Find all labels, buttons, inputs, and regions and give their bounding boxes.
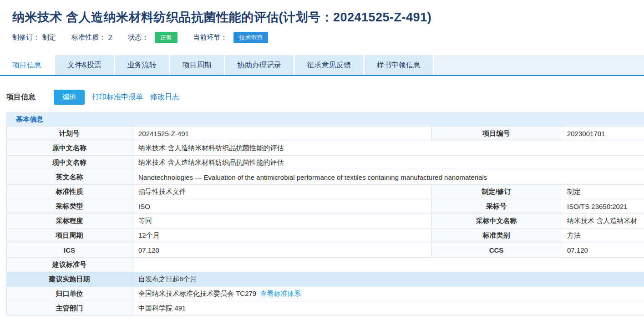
supervising-department-label: 主管部门 bbox=[7, 301, 132, 316]
table-row-highlighted: 建议实施日期 自发布之日起6个月 bbox=[7, 272, 644, 287]
current-chinese-name-label: 现中文名称 bbox=[7, 156, 132, 170]
tab-bar-filler bbox=[434, 55, 644, 75]
status-badge: 正常 bbox=[155, 32, 177, 43]
english-name-value: Nanotechnologies — Evaluation of the ant… bbox=[132, 170, 644, 185]
supervising-department-value: 中国科学院 491 bbox=[132, 301, 644, 316]
table-section-header-row: 基本信息 bbox=[7, 113, 644, 127]
project-number-label: 项目编号 bbox=[432, 127, 561, 141]
ics-label: ICS bbox=[7, 243, 132, 258]
adoption-type-value: ISO bbox=[132, 199, 432, 214]
adoption-number-value: ISO/TS 23650:2021 bbox=[561, 199, 644, 214]
proposed-implementation-date-label: 建议实施日期 bbox=[7, 272, 132, 287]
competent-committee-label: 归口单位 bbox=[7, 287, 132, 301]
table-row: 主管部门 中国科学院 491 bbox=[7, 301, 644, 316]
ccs-value: 07.120 bbox=[561, 243, 644, 258]
basic-info-table: 基本信息 计划号 20241525-Z-491 项目编号 2023001701 … bbox=[6, 112, 644, 316]
page-title: 纳米技术 含人造纳米材料纺织品抗菌性能的评估(计划号：20241525-Z-49… bbox=[12, 9, 644, 25]
proposed-standard-number-value bbox=[132, 258, 644, 272]
meta-revision-type: 制修订： 制定 bbox=[12, 33, 56, 42]
meta-revision-type-value: 制定 bbox=[42, 33, 56, 42]
table-row: 计划号 20241525-Z-491 项目编号 2023001701 bbox=[7, 127, 644, 141]
meta-status-label: 状态： bbox=[128, 33, 148, 42]
project-cycle-label: 项目周期 bbox=[7, 229, 132, 243]
adoption-chinese-name-label: 采标中文名称 bbox=[432, 214, 561, 229]
table-row: 归口单位 全国纳米技术标准化技术委员会 TC279 查看标准体系 bbox=[7, 287, 644, 301]
table-row: 原中文名称 纳米技术 含人造纳米材料纺织品抗菌性能的评估 bbox=[7, 141, 644, 156]
ics-value: 07.120 bbox=[132, 243, 432, 258]
english-name-label: 英文名称 bbox=[7, 170, 132, 185]
meta-current-stage: 当前环节： 技术审查 bbox=[193, 32, 268, 43]
standard-nature-label: 标准性质 bbox=[7, 185, 132, 199]
original-chinese-name-label: 原中文名称 bbox=[7, 141, 132, 156]
proposed-implementation-date-value: 自发布之日起6个月 bbox=[132, 272, 644, 287]
proposed-standard-number-label: 建议标准号 bbox=[7, 258, 132, 272]
revision-type-value: 制定 bbox=[561, 185, 644, 199]
section-title-project-info: 项目信息 bbox=[6, 92, 35, 102]
table-row: 现中文名称 纳米技术 含人造纳米材料纺织品抗菌性能的评估 bbox=[7, 156, 644, 170]
meta-row: 制修订： 制定 标准性质： Z 状态： 正常 当前环节： 技术审查 bbox=[12, 32, 644, 43]
basic-info-table-wrap: 基本信息 计划号 20241525-Z-491 项目编号 2023001701 … bbox=[6, 112, 644, 316]
table-row: 英文名称 Nanotechnologies — Evaluation of th… bbox=[7, 170, 644, 185]
edit-button[interactable]: 编辑 bbox=[54, 90, 85, 105]
meta-revision-type-label: 制修订： bbox=[12, 33, 40, 42]
actions-row: 项目信息 编辑 打印标准申报单 修改日志 bbox=[6, 90, 644, 105]
tab-comment-feedback[interactable]: 征求意见反馈 bbox=[295, 55, 363, 75]
table-row: 采标程度 等同 采标中文名称 纳米技术 含人造纳米材 bbox=[7, 214, 644, 229]
current-stage-badge: 技术审查 bbox=[233, 32, 268, 43]
table-row: 建议标准号 bbox=[7, 258, 644, 272]
plan-number-value: 20241525-Z-491 bbox=[132, 127, 432, 141]
adoption-type-label: 采标类型 bbox=[7, 199, 132, 214]
competent-committee-value: 全国纳米技术标准化技术委员会 TC279 bbox=[138, 290, 256, 297]
revision-type-label: 制定/修订 bbox=[432, 185, 561, 199]
standard-category-label: 标准类别 bbox=[432, 229, 561, 243]
adoption-degree-value: 等同 bbox=[132, 214, 432, 229]
tab-assist-records[interactable]: 协助办理记录 bbox=[225, 55, 294, 75]
project-number-value: 2023001701 bbox=[561, 127, 644, 141]
tab-project-cycle[interactable]: 项目周期 bbox=[170, 55, 224, 75]
changelog-link[interactable]: 修改日志 bbox=[150, 92, 179, 102]
standard-nature-value: 指导性技术文件 bbox=[132, 185, 432, 199]
original-chinese-name-value: 纳米技术 含人造纳米材料纺织品抗菌性能的评估 bbox=[132, 141, 644, 156]
tab-business-flow[interactable]: 业务流转 bbox=[115, 55, 169, 75]
table-row: 标准性质 指导性技术文件 制定/修订 制定 bbox=[7, 185, 644, 199]
adoption-chinese-name-value: 纳米技术 含人造纳米材 bbox=[561, 214, 644, 229]
print-declaration-link[interactable]: 打印标准申报单 bbox=[92, 92, 143, 102]
meta-current-stage-label: 当前环节： bbox=[193, 33, 227, 42]
adoption-degree-label: 采标程度 bbox=[7, 214, 132, 229]
meta-standard-nature: 标准性质： Z bbox=[71, 33, 112, 42]
meta-standard-nature-label: 标准性质： bbox=[71, 33, 106, 42]
table-row: 项目周期 12个月 标准类别 方法 bbox=[7, 229, 644, 243]
plan-number-label: 计划号 bbox=[7, 127, 132, 141]
competent-committee-cell: 全国纳米技术标准化技术委员会 TC279 查看标准体系 bbox=[132, 287, 644, 301]
view-standard-system-link[interactable]: 查看标准体系 bbox=[260, 290, 301, 297]
meta-standard-nature-value: Z bbox=[108, 34, 112, 41]
tab-sample-request[interactable]: 样书申领信息 bbox=[365, 55, 433, 75]
table-row: 采标类型 ISO 采标号 ISO/TS 23650:2021 bbox=[7, 199, 644, 214]
ccs-label: CCS bbox=[432, 243, 561, 258]
current-chinese-name-value: 纳米技术 含人造纳米材料纺织品抗菌性能的评估 bbox=[132, 156, 644, 170]
tab-bar: 项目信息 文件&投票 业务流转 项目周期 协助办理记录 征求意见反馈 样书申领信… bbox=[0, 55, 644, 76]
meta-status: 状态： 正常 bbox=[128, 32, 177, 43]
tab-project-info[interactable]: 项目信息 bbox=[0, 55, 54, 75]
basic-info-section-header: 基本信息 bbox=[7, 113, 644, 127]
adoption-number-label: 采标号 bbox=[432, 199, 561, 214]
tab-files-voting[interactable]: 文件&投票 bbox=[55, 55, 114, 75]
project-cycle-value: 12个月 bbox=[132, 229, 432, 243]
standard-category-value: 方法 bbox=[561, 229, 644, 243]
table-row: ICS 07.120 CCS 07.120 bbox=[7, 243, 644, 258]
